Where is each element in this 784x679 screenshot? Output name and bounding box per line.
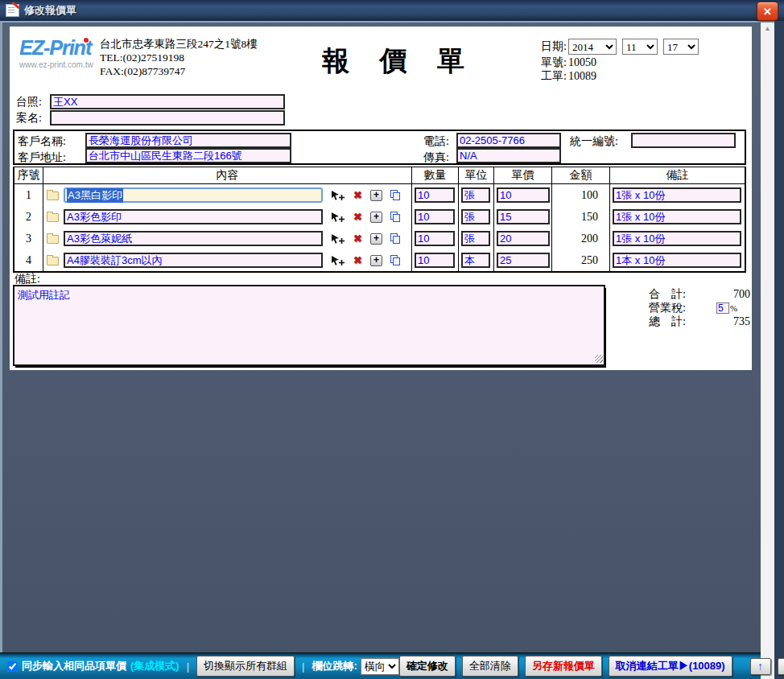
- row-note-input[interactable]: [613, 253, 741, 268]
- window-title: 修改報價單: [24, 3, 76, 18]
- move-pointer-icon[interactable]: [331, 212, 345, 223]
- year-select[interactable]: 2014: [568, 39, 617, 55]
- amount-value: 100: [552, 184, 610, 206]
- company-address: 台北市忠孝東路三段247之1號8樓: [100, 37, 258, 51]
- folder-icon[interactable]: [47, 191, 59, 200]
- unit-input[interactable]: [461, 231, 490, 246]
- row-note-input[interactable]: [613, 209, 741, 224]
- notes-textarea[interactable]: 測試用註記: [13, 285, 605, 366]
- sync-price-checkbox[interactable]: [7, 661, 18, 672]
- amount-value: 200: [552, 228, 610, 249]
- taizhao-label: 台照:: [16, 95, 50, 109]
- resize-grip-icon[interactable]: [595, 355, 603, 363]
- copy-row-icon[interactable]: [390, 212, 401, 223]
- day-select[interactable]: 17: [663, 39, 699, 55]
- qty-input[interactable]: [415, 187, 455, 203]
- copy-row-icon[interactable]: [390, 255, 401, 266]
- doc-info-block: 日期: 2014 11 17 單號: 10050 工單: 10089: [541, 38, 704, 83]
- folder-icon[interactable]: [47, 257, 59, 265]
- copy-row-icon[interactable]: [390, 233, 401, 245]
- row-note-input[interactable]: [613, 187, 741, 203]
- delete-row-icon[interactable]: ✖: [353, 189, 362, 202]
- document-title: 報 價 單: [322, 43, 476, 80]
- field-jump-label: 欄位跳轉:: [312, 659, 357, 673]
- tax-rate-input[interactable]: [716, 302, 729, 314]
- taizhao-row: 台照:: [16, 94, 285, 109]
- row-note-input[interactable]: [613, 231, 741, 246]
- amount-value: 250: [552, 249, 610, 271]
- price-input[interactable]: [497, 187, 550, 203]
- company-tel: TEL:(02)27519198: [100, 51, 258, 64]
- company-logo: EZ-Print www.ez-print.com.tw: [19, 36, 103, 69]
- amount-value: 150: [552, 206, 610, 228]
- customer-address-input[interactable]: [85, 148, 291, 163]
- window-left-border: [0, 23, 2, 652]
- titlebar-divider: [0, 21, 784, 23]
- subtotal-value: 700: [699, 288, 750, 301]
- clear-all-button[interactable]: 全部清除: [462, 656, 518, 677]
- save-as-new-button[interactable]: 另存新報價單: [525, 656, 602, 677]
- percent-sign: %: [730, 303, 737, 313]
- unit-input[interactable]: [461, 209, 490, 224]
- move-pointer-icon[interactable]: [331, 190, 345, 201]
- total-value: 735: [699, 315, 750, 328]
- month-select[interactable]: 11: [622, 39, 658, 55]
- tax-id-input[interactable]: [631, 133, 736, 148]
- title-bar[interactable]: 修改報價單: [0, 0, 784, 21]
- order-no-label: 單號:: [541, 56, 567, 70]
- col-header-note: 備註: [610, 167, 745, 183]
- brand-text: EZ-Print: [19, 36, 103, 60]
- move-pointer-icon[interactable]: [331, 255, 345, 266]
- unit-input[interactable]: [461, 187, 490, 203]
- job-no-value: 10089: [568, 70, 596, 83]
- content-input[interactable]: [64, 253, 323, 268]
- confirm-edit-button[interactable]: 確定修改: [399, 656, 456, 677]
- content-input[interactable]: [64, 209, 323, 224]
- price-input[interactable]: [497, 231, 550, 246]
- folder-icon[interactable]: [47, 213, 59, 222]
- delete-row-icon[interactable]: ✖: [353, 211, 362, 224]
- col-header-qty: 數量: [412, 167, 459, 183]
- tax-label: 營業稅:: [649, 301, 699, 315]
- folder-icon[interactable]: [47, 235, 59, 244]
- toolbar-separator: |: [302, 660, 304, 673]
- fax-input[interactable]: [456, 148, 561, 163]
- insert-row-button[interactable]: +: [370, 190, 382, 201]
- edit-document-icon: [6, 4, 19, 17]
- subtotal-label: 合 計:: [649, 287, 699, 302]
- scroll-up-icon[interactable]: ▲: [761, 23, 774, 35]
- copy-row-icon[interactable]: [390, 190, 401, 201]
- move-down-button[interactable]: ↓: [778, 658, 784, 675]
- table-row: 1 A3黑白影印 ✖ + 100: [14, 184, 745, 206]
- qty-input[interactable]: [415, 253, 455, 268]
- phone-input[interactable]: [456, 133, 561, 148]
- content-input[interactable]: A3黑白影印: [64, 187, 323, 203]
- unlink-job-button[interactable]: 取消連結工單▶(10089): [609, 656, 732, 677]
- field-jump-select[interactable]: 橫向: [361, 658, 399, 675]
- notes-area-wrap: 測試用註記: [13, 285, 605, 366]
- taizhao-input[interactable]: [50, 94, 285, 109]
- content-input[interactable]: [64, 231, 323, 246]
- delete-row-icon[interactable]: ✖: [353, 233, 362, 245]
- website-text: www.ez-print.com.tw: [19, 60, 103, 69]
- qty-input[interactable]: [415, 231, 455, 246]
- qty-input[interactable]: [415, 209, 455, 224]
- price-input[interactable]: [497, 253, 550, 268]
- price-input[interactable]: [497, 209, 550, 224]
- insert-row-button[interactable]: +: [370, 255, 382, 266]
- close-button[interactable]: ✕: [757, 2, 778, 21]
- vertical-scrollbar[interactable]: ▲ ▼: [761, 23, 774, 679]
- move-pointer-icon[interactable]: [331, 233, 345, 245]
- job-no-label: 工單:: [541, 69, 567, 84]
- insert-row-button[interactable]: +: [370, 212, 382, 223]
- customer-name-input[interactable]: [85, 133, 291, 148]
- delete-row-icon[interactable]: ✖: [353, 254, 362, 267]
- toggle-groups-button[interactable]: 切換顯示所有群組: [196, 656, 295, 677]
- toolbar-separator: |: [187, 660, 189, 673]
- col-header-price: 單價: [494, 167, 552, 183]
- unit-input[interactable]: [461, 253, 490, 268]
- case-name-label: 案名:: [16, 111, 50, 126]
- case-name-input[interactable]: [50, 110, 285, 126]
- move-up-button[interactable]: ↑: [750, 658, 771, 675]
- insert-row-button[interactable]: +: [370, 233, 382, 245]
